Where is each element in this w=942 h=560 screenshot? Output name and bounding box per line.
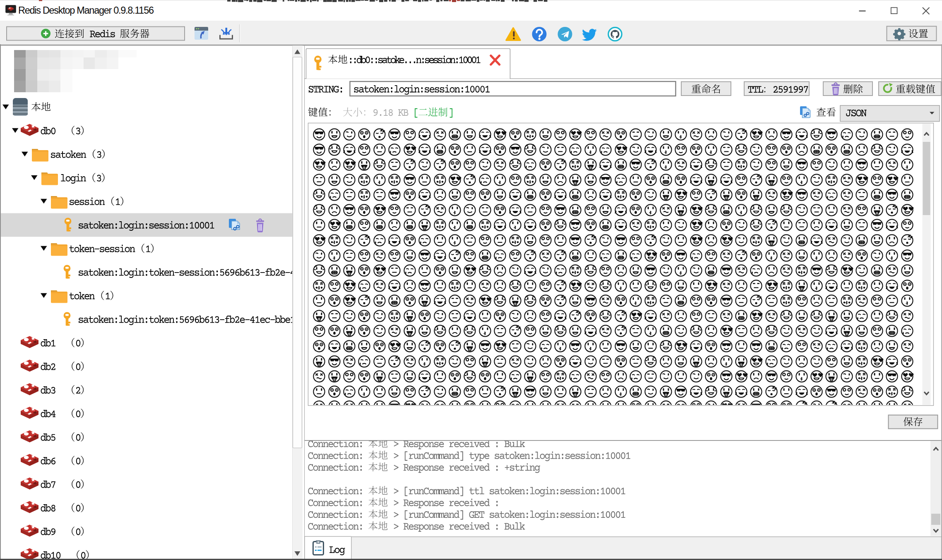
svg-text:Redis Desktop Manager 0.9.8.11: Redis Desktop Manager 0.9.8.1156 xyxy=(18,5,154,16)
